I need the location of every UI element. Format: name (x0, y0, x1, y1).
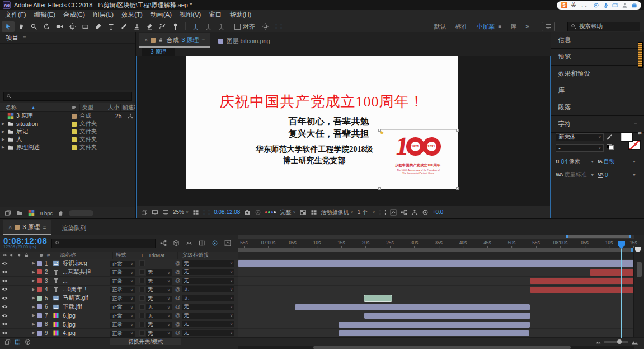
timeline-column-headers[interactable]: # 源名称 模式 T TrkMat 父级和链接 (0, 252, 238, 259)
parent-dropdown[interactable]: 无∨ (182, 286, 234, 292)
column-name[interactable]: 名称 (6, 104, 17, 111)
tool-button[interactable] (156, 21, 169, 32)
magnification-dropdown[interactable]: 25%∨ (173, 209, 189, 215)
layer-row[interactable]: ▶ 8 5.jpg 正常∨ 无∨ @ 无∨ (0, 320, 644, 329)
show-snapshot-icon[interactable] (255, 209, 261, 216)
align-checkbox[interactable] (234, 24, 241, 30)
pickwhip-icon[interactable]: @ (175, 330, 180, 336)
layer-viewer-tab[interactable]: 图层 bitcoin.png (213, 34, 275, 48)
tool-button[interactable] (143, 21, 156, 32)
preserve-transparency-checkbox[interactable] (139, 287, 145, 292)
swap-fill-stroke-icon[interactable]: ⇄ (638, 131, 642, 136)
layer-expand-icon[interactable]: ▶ (30, 296, 37, 300)
preserve-transparency-checkbox[interactable] (139, 269, 145, 275)
trkmat-dropdown[interactable]: 无∨ (146, 313, 172, 319)
tool-button[interactable] (105, 21, 117, 32)
preserve-transparency-checkbox[interactable] (139, 304, 145, 310)
show-channel-icon[interactable] (265, 211, 276, 213)
item-name[interactable]: situation (16, 120, 38, 127)
composition-tab[interactable]: × 合成 3 原理 ≡ (139, 33, 210, 48)
mask-expansion-icon[interactable] (275, 23, 282, 30)
playhead-line[interactable] (621, 248, 622, 338)
parent-dropdown[interactable]: 无∨ (182, 313, 234, 319)
ime-punctuation-indicator[interactable]: ，。 (580, 2, 590, 9)
tool-button[interactable] (117, 21, 130, 32)
motion-blur-icon[interactable] (211, 240, 218, 246)
tool-button[interactable] (40, 21, 53, 32)
panel-section-header[interactable]: 预览 (551, 49, 644, 66)
panel-menu-icon[interactable]: ≡ (23, 35, 26, 41)
parent-dropdown[interactable]: 无∨ (182, 295, 234, 301)
label-color-swatch[interactable] (72, 122, 77, 127)
layer-row[interactable]: ▶ 6 下载.jfif 正常∨ 无∨ @ 无∨ (0, 303, 644, 312)
blend-mode-dropdown[interactable]: 正常∨ (110, 331, 135, 337)
layer-expand-icon[interactable]: ▶ (30, 305, 37, 309)
transparency-grid-icon[interactable] (311, 209, 317, 216)
layer-label-swatch[interactable] (37, 304, 42, 309)
trkmat-dropdown[interactable]: 无∨ (146, 322, 172, 328)
frame-blending-icon[interactable] (199, 240, 205, 246)
pickwhip-icon[interactable]: @ (175, 322, 180, 327)
layer-row[interactable]: ▶ 2 ...吾辈共担 正常∨ 无∨ @ 无∨ (0, 268, 644, 277)
project-item[interactable]: ▶ 人 文件夹 (0, 136, 135, 143)
time-ruler-area[interactable]: 55s07:00s05s10s15s20s25s30s35s40s45s50s5… (238, 235, 634, 252)
item-name[interactable]: 后记 (16, 128, 28, 136)
ime-toolbox-icon[interactable] (631, 2, 637, 8)
tool-button[interactable] (92, 21, 105, 32)
expand-transfer-controls-icon[interactable] (15, 339, 21, 345)
trkmat-dropdown[interactable]: 无∨ (146, 287, 172, 293)
render-queue-tab[interactable]: 渲染队列 (57, 221, 91, 235)
fast-previews-icon[interactable] (300, 209, 307, 216)
ime-keyboard-icon[interactable] (612, 2, 618, 8)
tool-button[interactable] (53, 21, 66, 32)
panel-menu-icon[interactable]: ≡ (634, 121, 637, 127)
layer-duration-bar[interactable] (590, 269, 634, 276)
preserve-transparency-checkbox[interactable] (139, 322, 145, 327)
panel-menu-icon[interactable]: ≡ (202, 37, 205, 43)
layer-track[interactable] (238, 277, 634, 286)
layer-visibility-icon[interactable] (0, 313, 9, 319)
label-color-swatch[interactable] (72, 129, 77, 134)
tool-button[interactable] (66, 21, 79, 32)
viewer-timecode[interactable]: 0:08:12:08 (214, 209, 240, 215)
pickwhip-icon[interactable]: @ (175, 287, 180, 292)
sync-settings-icon[interactable] (542, 22, 555, 31)
layer-track[interactable] (238, 303, 634, 312)
preserve-transparency-checkbox[interactable] (139, 260, 145, 266)
footer-scrollbar[interactable] (69, 210, 93, 216)
parent-link-column[interactable]: 父级和链接 (177, 252, 238, 259)
zoom-out-icon[interactable] (596, 339, 601, 345)
close-icon[interactable]: × (144, 36, 148, 43)
layer-expand-icon[interactable]: ▶ (30, 287, 37, 292)
kerning-control[interactable]: WA 度量标准 ▼ (556, 171, 598, 179)
layer-tab-label[interactable]: 图层 bitcoin.png (226, 37, 270, 45)
layer-label-swatch[interactable] (37, 278, 42, 283)
workspace-overflow-icon[interactable]: » (525, 22, 529, 30)
blend-mode-dropdown[interactable]: 正常∨ (110, 261, 135, 267)
workspace-menu-icon[interactable]: ≡ (498, 24, 501, 30)
layer-duration-bar[interactable] (364, 313, 530, 319)
horizontal-scrollbar-handle[interactable] (313, 346, 571, 349)
label-color-swatch[interactable] (72, 114, 77, 119)
shy-layers-icon[interactable] (186, 240, 192, 246)
lock-icon[interactable] (158, 38, 163, 43)
expand-arrow-icon[interactable]: ▶ (2, 122, 7, 126)
project-item[interactable]: ▶ 后记 文件夹 (0, 128, 135, 136)
trkmat-dropdown[interactable]: 无∨ (146, 278, 172, 285)
expand-inout-panes-icon[interactable] (25, 339, 31, 345)
preserve-transparency-checkbox[interactable] (139, 295, 145, 301)
layer-track[interactable] (238, 286, 634, 295)
layer-label-swatch[interactable] (37, 296, 42, 301)
preserve-transparency-checkbox[interactable] (139, 278, 145, 283)
layer-label-swatch[interactable] (37, 269, 42, 274)
pickwhip-icon[interactable]: @ (175, 269, 180, 275)
menu-item[interactable]: 文件(F) (1, 11, 30, 19)
menu-item[interactable]: 图层(L) (89, 11, 117, 19)
layer-duration-bar[interactable] (530, 278, 634, 284)
resolution-dropdown[interactable]: 完整∨ (280, 208, 295, 216)
source-name-column[interactable]: 源名称 (55, 252, 112, 259)
workspace-button[interactable]: 默认 (434, 22, 446, 31)
t-column[interactable]: T (140, 252, 148, 258)
layer-label-swatch[interactable] (37, 287, 42, 292)
blend-mode-dropdown[interactable]: 正常∨ (110, 304, 135, 310)
